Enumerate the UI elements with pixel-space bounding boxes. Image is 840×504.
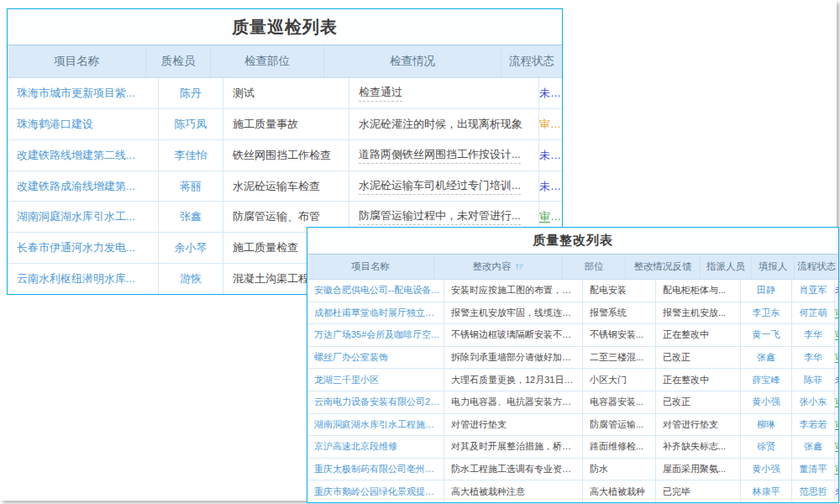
reporter-link[interactable]: 李若若 [800,418,827,431]
rectification-row: 京沪高速北京段维修对其及时开展整治措施，桥头...路面维修检...补齐缺失标志.… [307,436,838,459]
assignee-cell: 李卫东 [741,302,792,324]
t2-header-label: 流程状态 [797,260,836,273]
reporter-link[interactable]: 肖亚军 [800,284,827,297]
reporter-cell: 李华 [792,324,835,346]
reporter-link[interactable]: 范思哲 [800,486,827,498]
reporter-link[interactable]: 张鑫 [804,440,822,453]
assignee-link[interactable]: 黄小强 [753,396,780,408]
reporter-cell: 何芷萌 [792,302,835,324]
rectify-content-text: 安装时应按施工图的布置，将... [451,284,579,297]
project-name-link[interactable]: 龙湖三千里小区 [314,374,379,386]
assignee-link[interactable]: 李卫东 [753,307,780,319]
reporter-link[interactable]: 何芷萌 [800,307,827,319]
process-status-text[interactable]: 审批中 [539,117,562,132]
project-name-link[interactable]: 珠海市城市更新项目紫... [17,86,135,101]
project-name-link[interactable]: 湖南洞庭湖水库引水工... [17,209,135,224]
sort-icon[interactable] [515,262,524,271]
t2-header-content[interactable]: 整改内容 [434,255,563,279]
assignee-link[interactable]: 黄小强 [753,463,780,475]
rectify-content-cell: 高大植被栽种注意 [444,480,583,502]
process-status-text[interactable]: 审批通过 [835,328,838,341]
project-name-link[interactable]: 云南水利枢纽潜明水库... [17,271,135,286]
project-name-link[interactable]: 京沪高速北京段维修 [314,440,397,453]
process-status-text[interactable]: 审批通过 [835,351,838,364]
project-name-link[interactable]: 湖南洞庭湖水库引水工程施工I标 [314,418,440,431]
process-status-text[interactable]: 审批通过 [835,463,838,475]
rectification-table-body: 安徽合肥供电公司--配电设备...安装时应按施工图的布置，将...配电安装配电柜… [307,280,838,502]
project-name-link[interactable]: 成都杜甫草堂临时展厅独立展... [314,307,440,319]
process-status-text[interactable]: 未提交 [835,374,838,386]
project-name-link[interactable]: 重庆市鹅岭公园绿化景观提升... [314,486,440,498]
inspector-link[interactable]: 陈丹 [180,86,202,101]
inspector-link[interactable]: 张鑫 [180,209,202,224]
feedback-text: 报警主机安放... [663,307,726,319]
assignee-link[interactable]: 徐贤 [757,440,775,453]
reporter-link[interactable]: 董清平 [800,463,827,475]
process-status-cell: 审批通过 [835,302,838,324]
feedback-cell: 已完毕 [656,480,741,502]
process-status-text[interactable]: 未提交 [835,486,838,498]
project-name-cell: 改建铁路成渝线增建第... [8,171,159,202]
part-cell: 防水 [583,459,656,480]
project-name-link[interactable]: 改建铁路成渝线增建第... [17,179,135,194]
inspector-cell: 张鑫 [159,202,223,232]
inspector-cell: 陈巧凤 [159,109,223,139]
inspection-situation-cell: 道路两侧铁丝网围挡工作按设计... [349,140,539,171]
process-status-text[interactable]: 审批通过 [835,418,838,431]
process-status-text[interactable]: 审批通过 [539,209,562,224]
project-name-link[interactable]: 重庆太极制药有限公司亳州中... [314,463,440,475]
inspector-link[interactable]: 游恢 [180,271,202,286]
assignee-link[interactable]: 薛宝峰 [753,374,780,386]
rectify-content-text: 大理石质量更换，12月31日之... [451,374,579,386]
assignee-link[interactable]: 林康平 [753,486,780,498]
t1-header-inspector: 质检员 [146,45,211,77]
inspector-link[interactable]: 陈巧凤 [175,117,207,132]
feedback-cell: 补齐缺失标志... [656,436,741,458]
inspector-link[interactable]: 李佳怡 [175,148,207,163]
inspection-part-text: 铁丝网围挡工作检查 [233,148,331,163]
rectification-row: 云南电力设备安装有限公司20...电力电容器、电抗器安装方案...电容器安装..… [307,391,838,414]
reporter-link[interactable]: 张小东 [800,396,827,408]
inspection-part-text: 水泥砼运输车检查 [233,179,320,194]
assignee-link[interactable]: 张鑫 [757,351,775,364]
inspector-link[interactable]: 蒋丽 [180,179,202,194]
process-status-text[interactable]: 未提交 [539,148,562,163]
reporter-link[interactable]: 李华 [804,351,822,364]
t2-header-part: 部位 [563,255,626,279]
feedback-text: 补齐缺失标志... [663,440,726,453]
reporter-link[interactable]: 李华 [804,328,822,341]
reporter-link[interactable]: 陈菲 [804,374,822,386]
inspection-part-cell: 铁丝网围挡工作检查 [223,140,349,171]
process-status-text[interactable]: 审批通过 [835,440,838,453]
process-status-text[interactable]: 审批通过 [835,396,838,408]
t2-header-label: 填报人 [759,260,788,273]
project-name-link[interactable]: 改建铁路线增建第二线... [17,148,135,163]
t2-header-label: 整改情况反馈 [634,260,692,273]
process-status-text[interactable]: 未提交 [539,179,562,194]
assignee-link[interactable]: 黄一飞 [753,328,780,341]
project-name-cell: 改建铁路线增建第二线... [8,140,159,171]
assignee-link[interactable]: 田静 [757,284,775,297]
rectification-row: 龙湖三千里小区大理石质量更换，12月31日之...小区大门正在整改中薛宝峰陈菲未… [307,369,838,391]
project-name-link[interactable]: 螺丝厂办公室装饰 [314,351,388,364]
inspection-table-title: 质量巡检列表 [8,9,562,45]
t2-header-label: 部位 [585,260,604,273]
rectification-row: 成都杜甫草堂临时展厅独立展...报警主机安放牢固，线缆连接...报警系统报警主机… [307,302,838,325]
process-status-cell: 审批通过 [835,324,838,346]
feedback-cell: 屋面采用聚氨... [656,459,741,480]
project-name-link[interactable]: 长春市伊通河水力发电... [17,240,135,255]
project-name-link[interactable]: 安徽合肥供电公司--配电设备... [314,284,439,297]
part-cell: 二至三楼混... [583,347,656,369]
process-status-text[interactable]: 未提交 [539,86,562,101]
process-status-text[interactable]: 审批通过 [835,307,838,319]
project-name-link[interactable]: 云南电力设备安装有限公司20... [314,396,440,408]
inspector-link[interactable]: 余小琴 [175,240,207,255]
project-name-link[interactable]: 珠海鹤港口建设 [17,117,93,132]
project-name-link[interactable]: 万达广场35#会所及咖啡厅空... [314,328,439,341]
process-status-cell: 审批通过 [835,347,838,369]
t2-header-status: 流程状态 [795,255,838,279]
process-status-text[interactable]: 未提交 [835,284,838,297]
t2-header-project: 项目名称 [307,255,434,279]
feedback-cell: 已改正 [656,391,741,413]
assignee-link[interactable]: 柳琳 [757,418,775,431]
